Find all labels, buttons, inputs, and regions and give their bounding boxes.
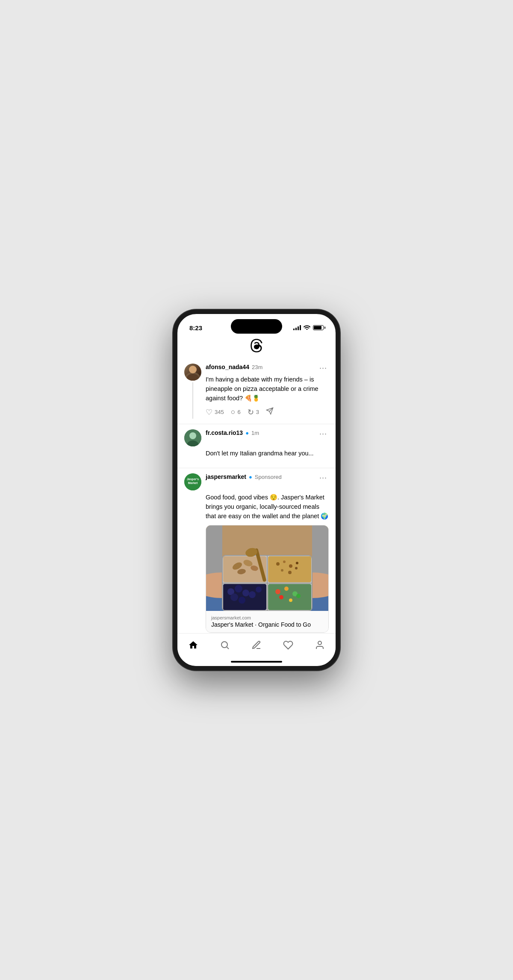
like-count-1: 345 xyxy=(215,409,224,415)
svg-rect-12 xyxy=(312,525,328,577)
repost-button-1[interactable]: ↻ 3 xyxy=(248,408,259,417)
wifi-icon xyxy=(304,325,310,331)
svg-point-40 xyxy=(296,594,301,598)
home-indicator xyxy=(177,658,336,666)
svg-point-22 xyxy=(230,593,238,601)
status-time: 8:23 xyxy=(189,324,202,332)
svg-point-33 xyxy=(295,567,298,569)
svg-point-24 xyxy=(249,591,256,598)
repost-icon-1: ↻ xyxy=(248,408,254,417)
post-user-2: fr.costa.rio13 ● 1m xyxy=(184,429,259,446)
post-text-1: I'm having a debate with my friends – is… xyxy=(206,375,329,403)
share-button-1[interactable] xyxy=(266,407,274,417)
svg-point-35 xyxy=(275,589,280,594)
profile-icon xyxy=(315,640,325,653)
post-text-3: Good food, good vibes 😌. Jasper's Market… xyxy=(206,493,329,521)
nav-profile[interactable] xyxy=(310,638,330,655)
post-meta-3: jaspersmarket ● Sponsored xyxy=(206,473,282,480)
like-button-1[interactable]: ♡ 345 xyxy=(206,408,224,417)
post-text-2: Don't let my Italian grandma hear you... xyxy=(206,449,329,458)
svg-point-51 xyxy=(221,642,227,648)
post-header-2: fr.costa.rio13 ● 1m ··· xyxy=(184,429,329,446)
post-time-2: 1m xyxy=(251,430,259,436)
comment-button-1[interactable]: ○ 6 xyxy=(231,408,241,417)
post-content-2: Don't let my Italian grandma hear you... xyxy=(206,449,329,458)
post-user-3: Jasper's Market jaspersmarket ● Sponsore… xyxy=(184,473,282,490)
compose-icon xyxy=(251,640,262,653)
post-meta-1: afonso_nada44 23m xyxy=(206,364,262,370)
comment-count-1: 6 xyxy=(238,409,241,415)
signal-icon xyxy=(293,325,301,330)
svg-point-23 xyxy=(239,597,245,604)
post-actions-1: ♡ 345 ○ 6 ↻ 3 xyxy=(206,407,329,417)
svg-point-25 xyxy=(256,587,262,593)
svg-rect-34 xyxy=(268,584,311,610)
heart-nav-icon xyxy=(283,640,293,653)
share-icon-1 xyxy=(266,407,274,417)
avatar-fr-costa xyxy=(184,429,201,446)
post-content-3: Good food, good vibes 😌. Jasper's Market… xyxy=(206,493,329,633)
svg-point-20 xyxy=(235,585,242,593)
ad-domain: jaspersmarket.com xyxy=(211,615,323,620)
more-button-3[interactable]: ··· xyxy=(318,473,329,482)
home-indicator-bar xyxy=(231,661,282,663)
more-button-2[interactable]: ··· xyxy=(318,429,329,438)
svg-text:Market: Market xyxy=(188,481,198,484)
svg-point-21 xyxy=(242,590,249,596)
home-icon xyxy=(188,640,198,653)
svg-point-29 xyxy=(289,564,292,568)
search-icon xyxy=(220,640,230,653)
threads-logo xyxy=(250,339,263,354)
ad-image xyxy=(206,525,328,611)
svg-point-38 xyxy=(279,595,283,599)
post-time-1: 23m xyxy=(252,364,262,370)
post-2: fr.costa.rio13 ● 1m ··· Don't let my Ita… xyxy=(177,424,336,468)
svg-point-30 xyxy=(296,562,298,564)
status-icons xyxy=(293,325,324,331)
sponsored-label: Sponsored xyxy=(255,474,282,480)
post-1: afonso_nada44 23m ··· I'm having a debat… xyxy=(177,358,336,424)
feed[interactable]: afonso_nada44 23m ··· I'm having a debat… xyxy=(177,358,336,633)
repost-count-1: 3 xyxy=(256,409,259,415)
svg-point-4 xyxy=(189,432,196,439)
svg-point-36 xyxy=(284,587,289,591)
ad-link-preview[interactable]: jaspersmarket.com Jasper's Market · Orga… xyxy=(206,611,328,632)
username-1: afonso_nada44 xyxy=(206,364,249,370)
bottom-nav xyxy=(177,633,336,658)
svg-point-32 xyxy=(288,571,292,574)
more-button-1[interactable]: ··· xyxy=(318,364,329,373)
ad-title: Jasper's Market · Organic Food to Go xyxy=(211,621,323,628)
thread-right-1: afonso_nada44 23m ··· I'm having a debat… xyxy=(206,364,329,419)
svg-point-28 xyxy=(283,560,286,563)
post-header-3: Jasper's Market jaspersmarket ● Sponsore… xyxy=(184,473,329,490)
post-meta-2: fr.costa.rio13 ● 1m xyxy=(206,429,259,436)
avatar-jaspers: Jasper's Market xyxy=(184,473,201,490)
svg-rect-26 xyxy=(268,556,311,582)
nav-compose[interactable] xyxy=(246,638,267,655)
svg-text:Jasper's: Jasper's xyxy=(187,478,199,481)
comment-icon-1: ○ xyxy=(231,408,236,417)
phone-frame: 8:23 xyxy=(173,310,340,670)
username-2: fr.costa.rio13 xyxy=(206,429,243,436)
dynamic-island xyxy=(231,319,282,334)
app-header xyxy=(177,335,336,358)
nav-search[interactable] xyxy=(215,638,235,655)
svg-rect-11 xyxy=(206,525,222,577)
verified-badge-3: ● xyxy=(249,474,252,480)
username-3: jaspersmarket xyxy=(206,473,246,480)
nav-home[interactable] xyxy=(183,638,203,655)
post-header-1: afonso_nada44 23m ··· xyxy=(206,364,329,373)
nav-likes[interactable] xyxy=(278,638,298,655)
svg-point-39 xyxy=(289,599,292,602)
svg-point-1 xyxy=(189,366,197,373)
thread-line-1 xyxy=(192,382,193,419)
thread-left-1 xyxy=(184,364,201,419)
avatar-afonso xyxy=(184,364,201,381)
post-3-sponsored: Jasper's Market jaspersmarket ● Sponsore… xyxy=(177,468,336,633)
svg-point-52 xyxy=(318,641,321,645)
heart-icon-1: ♡ xyxy=(206,408,212,417)
ad-card[interactable]: jaspersmarket.com Jasper's Market · Orga… xyxy=(206,525,329,633)
battery-icon xyxy=(313,325,324,330)
svg-point-27 xyxy=(276,562,280,566)
screen: 8:23 xyxy=(177,314,336,666)
